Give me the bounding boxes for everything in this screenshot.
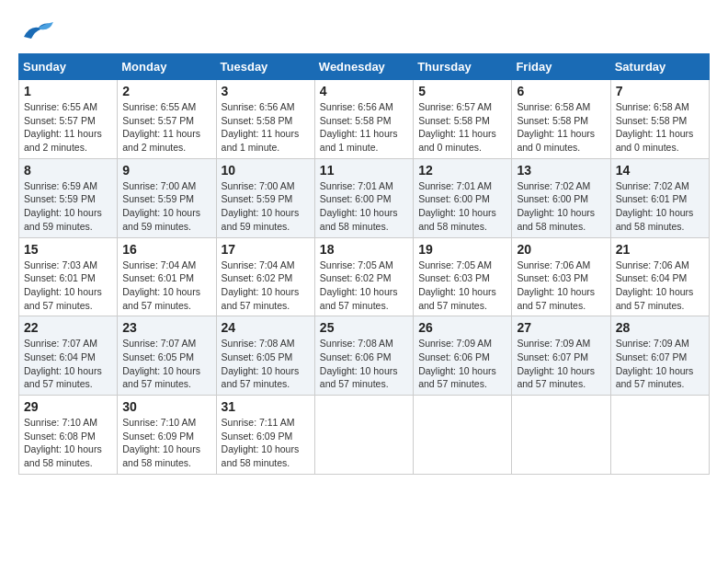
header-tuesday: Tuesday xyxy=(216,54,314,80)
day-info: Sunrise: 6:58 AM Sunset: 5:58 PM Dayligh… xyxy=(616,100,704,155)
day-info: Sunrise: 7:01 AM Sunset: 6:00 PM Dayligh… xyxy=(320,179,408,234)
page-header xyxy=(18,18,710,44)
day-number: 18 xyxy=(320,242,408,257)
day-info: Sunrise: 7:09 AM Sunset: 6:07 PM Dayligh… xyxy=(517,337,605,391)
calendar-cell xyxy=(314,396,413,475)
calendar-cell: 3Sunrise: 6:56 AM Sunset: 5:58 PM Daylig… xyxy=(216,80,314,159)
week-row-4: 22Sunrise: 7:07 AM Sunset: 6:04 PM Dayli… xyxy=(19,316,710,396)
day-number: 19 xyxy=(418,242,506,257)
calendar-cell: 23Sunrise: 7:07 AM Sunset: 6:05 PM Dayli… xyxy=(118,316,216,396)
calendar-cell: 13Sunrise: 7:02 AM Sunset: 6:00 PM Dayli… xyxy=(512,158,610,237)
day-number: 26 xyxy=(418,320,506,335)
calendar-cell xyxy=(610,396,709,475)
calendar-cell: 7Sunrise: 6:58 AM Sunset: 5:58 PM Daylig… xyxy=(610,80,709,159)
week-row-1: 1Sunrise: 6:55 AM Sunset: 5:57 PM Daylig… xyxy=(19,80,710,159)
day-info: Sunrise: 6:55 AM Sunset: 5:57 PM Dayligh… xyxy=(24,100,112,155)
day-number: 2 xyxy=(122,84,210,98)
day-number: 5 xyxy=(418,84,506,98)
calendar-body: 1Sunrise: 6:55 AM Sunset: 5:57 PM Daylig… xyxy=(19,80,710,475)
day-number: 24 xyxy=(222,320,310,335)
day-number: 30 xyxy=(122,399,210,414)
day-number: 12 xyxy=(418,163,506,178)
day-info: Sunrise: 7:02 AM Sunset: 6:00 PM Dayligh… xyxy=(517,179,605,234)
day-info: Sunrise: 6:59 AM Sunset: 5:59 PM Dayligh… xyxy=(24,179,112,234)
calendar-header: SundayMondayTuesdayWednesdayThursdayFrid… xyxy=(19,54,710,80)
calendar-cell: 16Sunrise: 7:04 AM Sunset: 6:01 PM Dayli… xyxy=(118,237,216,316)
day-number: 3 xyxy=(222,84,310,98)
week-row-5: 29Sunrise: 7:10 AM Sunset: 6:08 PM Dayli… xyxy=(19,396,710,475)
day-info: Sunrise: 7:04 AM Sunset: 6:01 PM Dayligh… xyxy=(122,259,210,313)
day-info: Sunrise: 6:58 AM Sunset: 5:58 PM Dayligh… xyxy=(517,100,605,155)
week-row-2: 8Sunrise: 6:59 AM Sunset: 5:59 PM Daylig… xyxy=(19,158,710,237)
calendar-cell: 22Sunrise: 7:07 AM Sunset: 6:04 PM Dayli… xyxy=(19,316,118,396)
day-info: Sunrise: 7:06 AM Sunset: 6:04 PM Dayligh… xyxy=(616,259,704,313)
day-info: Sunrise: 7:10 AM Sunset: 6:09 PM Dayligh… xyxy=(122,416,210,470)
day-number: 13 xyxy=(517,163,605,178)
calendar-cell: 26Sunrise: 7:09 AM Sunset: 6:06 PM Dayli… xyxy=(414,316,512,396)
header-thursday: Thursday xyxy=(414,54,512,80)
calendar-cell: 11Sunrise: 7:01 AM Sunset: 6:00 PM Dayli… xyxy=(314,158,413,237)
day-info: Sunrise: 7:02 AM Sunset: 6:01 PM Dayligh… xyxy=(616,179,704,234)
day-info: Sunrise: 6:56 AM Sunset: 5:58 PM Dayligh… xyxy=(320,100,408,155)
calendar-cell: 30Sunrise: 7:10 AM Sunset: 6:09 PM Dayli… xyxy=(118,396,216,475)
day-info: Sunrise: 7:07 AM Sunset: 6:05 PM Dayligh… xyxy=(122,337,210,391)
day-number: 14 xyxy=(616,163,704,178)
calendar-cell: 19Sunrise: 7:05 AM Sunset: 6:03 PM Dayli… xyxy=(414,237,512,316)
calendar-cell: 20Sunrise: 7:06 AM Sunset: 6:03 PM Dayli… xyxy=(512,237,610,316)
day-info: Sunrise: 6:55 AM Sunset: 5:57 PM Dayligh… xyxy=(122,100,210,155)
day-info: Sunrise: 7:07 AM Sunset: 6:04 PM Dayligh… xyxy=(24,337,112,391)
calendar-table: SundayMondayTuesdayWednesdayThursdayFrid… xyxy=(18,53,710,475)
calendar-cell: 21Sunrise: 7:06 AM Sunset: 6:04 PM Dayli… xyxy=(610,237,709,316)
calendar-cell: 1Sunrise: 6:55 AM Sunset: 5:57 PM Daylig… xyxy=(19,80,118,159)
day-number: 29 xyxy=(24,399,112,414)
week-row-3: 15Sunrise: 7:03 AM Sunset: 6:01 PM Dayli… xyxy=(19,237,710,316)
day-number: 17 xyxy=(222,242,310,257)
day-info: Sunrise: 7:09 AM Sunset: 6:06 PM Dayligh… xyxy=(418,337,506,391)
day-info: Sunrise: 7:03 AM Sunset: 6:01 PM Dayligh… xyxy=(24,259,112,313)
day-info: Sunrise: 7:08 AM Sunset: 6:06 PM Dayligh… xyxy=(320,337,408,391)
calendar-cell: 8Sunrise: 6:59 AM Sunset: 5:59 PM Daylig… xyxy=(19,158,118,237)
header-row: SundayMondayTuesdayWednesdayThursdayFrid… xyxy=(19,54,710,80)
calendar-cell: 6Sunrise: 6:58 AM Sunset: 5:58 PM Daylig… xyxy=(512,80,610,159)
day-info: Sunrise: 7:05 AM Sunset: 6:02 PM Dayligh… xyxy=(320,259,408,313)
day-number: 25 xyxy=(320,320,408,335)
day-info: Sunrise: 7:00 AM Sunset: 5:59 PM Dayligh… xyxy=(222,179,310,234)
day-number: 16 xyxy=(122,242,210,257)
day-info: Sunrise: 7:04 AM Sunset: 6:02 PM Dayligh… xyxy=(222,259,310,313)
day-info: Sunrise: 7:11 AM Sunset: 6:09 PM Dayligh… xyxy=(222,416,310,470)
calendar-cell: 28Sunrise: 7:09 AM Sunset: 6:07 PM Dayli… xyxy=(610,316,709,396)
day-number: 6 xyxy=(517,84,605,98)
day-info: Sunrise: 7:00 AM Sunset: 5:59 PM Dayligh… xyxy=(122,179,210,234)
header-sunday: Sunday xyxy=(19,54,118,80)
calendar-cell: 18Sunrise: 7:05 AM Sunset: 6:02 PM Dayli… xyxy=(314,237,413,316)
calendar-cell xyxy=(512,396,610,475)
day-number: 10 xyxy=(222,163,310,178)
day-number: 21 xyxy=(616,242,704,257)
day-number: 7 xyxy=(616,84,704,98)
day-number: 8 xyxy=(24,163,112,178)
calendar-cell: 10Sunrise: 7:00 AM Sunset: 5:59 PM Dayli… xyxy=(216,158,314,237)
header-friday: Friday xyxy=(512,54,610,80)
day-number: 23 xyxy=(122,320,210,335)
calendar-cell: 4Sunrise: 6:56 AM Sunset: 5:58 PM Daylig… xyxy=(314,80,413,159)
day-info: Sunrise: 7:05 AM Sunset: 6:03 PM Dayligh… xyxy=(418,259,506,313)
header-monday: Monday xyxy=(118,54,216,80)
header-saturday: Saturday xyxy=(610,54,709,80)
calendar-cell xyxy=(414,396,512,475)
day-number: 9 xyxy=(122,163,210,178)
calendar-cell: 31Sunrise: 7:11 AM Sunset: 6:09 PM Dayli… xyxy=(216,396,314,475)
day-info: Sunrise: 7:08 AM Sunset: 6:05 PM Dayligh… xyxy=(222,337,310,391)
calendar-cell: 2Sunrise: 6:55 AM Sunset: 5:57 PM Daylig… xyxy=(118,80,216,159)
calendar-cell: 27Sunrise: 7:09 AM Sunset: 6:07 PM Dayli… xyxy=(512,316,610,396)
day-info: Sunrise: 7:06 AM Sunset: 6:03 PM Dayligh… xyxy=(517,259,605,313)
calendar-cell: 17Sunrise: 7:04 AM Sunset: 6:02 PM Dayli… xyxy=(216,237,314,316)
day-number: 27 xyxy=(517,320,605,335)
day-info: Sunrise: 6:56 AM Sunset: 5:58 PM Dayligh… xyxy=(222,100,310,155)
day-info: Sunrise: 7:01 AM Sunset: 6:00 PM Dayligh… xyxy=(418,179,506,234)
day-number: 4 xyxy=(320,84,408,98)
day-info: Sunrise: 7:10 AM Sunset: 6:08 PM Dayligh… xyxy=(24,416,112,470)
logo xyxy=(18,18,55,44)
calendar-cell: 9Sunrise: 7:00 AM Sunset: 5:59 PM Daylig… xyxy=(118,158,216,237)
calendar-cell: 14Sunrise: 7:02 AM Sunset: 6:01 PM Dayli… xyxy=(610,158,709,237)
day-number: 31 xyxy=(222,399,310,414)
